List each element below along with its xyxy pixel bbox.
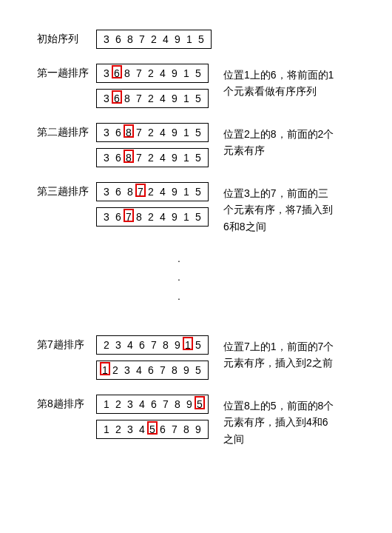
array-cell: 6 [113,185,124,198]
step-after-array: 367824915 [96,207,209,227]
array-cell: 9 [181,363,192,377]
array-cell: 4 [158,92,168,105]
array-cell: 2 [101,338,112,352]
array-cell: 6 [113,151,124,164]
array-cell: 2 [146,185,156,198]
array-cell: 5 [193,151,203,164]
array-cell: 1 [181,67,192,80]
step-row: 第三趟排序368724915367824915位置3上的7，前面的三个元素有序，… [37,182,355,235]
array-cell: 3 [101,210,112,224]
step-row: 第一趟排序368724915368724915位置1上的6，将前面的1个元素看做… [37,64,355,108]
array-cell: 4 [134,363,144,377]
step-description: 位置1上的6，将前面的1个元素看做有序序列 [223,64,334,100]
step-row: 第7趟排序234678915123467895位置7上的1，前面的7个元素有序，… [37,335,355,380]
step-before-array: 368724915 [96,64,209,83]
array-cell: 7 [160,398,171,411]
array-cell: 9 [169,151,180,164]
array-cell: 4 [158,185,168,198]
array-cell: 7 [158,363,168,377]
array-cell: 5 [193,92,203,105]
step-label: 第7趟排序 [37,335,96,352]
array-cell: 2 [146,210,156,224]
array-cell: 9 [193,423,203,436]
array-cell: 3 [101,67,112,80]
array-cell: 1 [181,210,192,224]
array-cell: 1 [184,33,195,46]
array-cell: 6 [112,65,122,78]
step-description: 位置2上的8，前面的2个元素有序 [223,123,334,159]
array-cell: 1 [101,423,112,436]
array-cell: 1 [181,185,192,198]
step-row: 第二趟排序368724915368724915位置2上的8，前面的2个元素有序 [37,123,355,167]
array-cell: 5 [193,210,203,224]
initial-array: 368724915 [96,30,212,49]
array-cell: 9 [184,398,195,411]
array-cell: 2 [113,398,124,411]
array-cell: 4 [158,210,168,224]
array-cell: 2 [146,151,156,164]
array-cell: 3 [125,423,135,436]
step-row: 第8趟排序123467895123456789位置8上的5，前面的8个元素有序，… [37,395,355,447]
array-cell: 8 [124,150,134,163]
array-cell: 9 [172,33,183,46]
array-cell: 3 [101,185,112,198]
array-cell: 8 [124,124,134,138]
array-cell: 5 [147,421,158,435]
array-cell: 2 [146,126,156,139]
array-cell: 5 [195,396,205,409]
array-cell: 7 [137,33,147,46]
array-cell: 9 [169,67,180,80]
array-cell: 7 [134,92,144,105]
array-cell: 6 [113,33,124,46]
array-cell: 3 [113,338,124,352]
array-cell: 2 [110,363,121,377]
step-before-array: 368724915 [96,123,209,142]
array-cell: 5 [193,126,203,139]
array-cell: 7 [134,67,144,80]
array-cell: 8 [125,33,135,46]
step-before-array: 123467895 [96,395,209,414]
array-cell: 1 [100,362,110,375]
array-cell: 4 [160,33,171,46]
array-cell: 3 [101,151,112,164]
initial-label: 初始序列 [37,30,96,46]
step-description: 位置7上的1，前面的7个元素有序，插入到2之前 [223,335,334,372]
step-label: 第二趟排序 [37,123,96,139]
array-cell: 8 [169,363,180,377]
step-after-array: 123456789 [96,420,209,439]
array-cell: 7 [135,184,146,197]
initial-row: 初始序列 368724915 [37,30,355,49]
array-cell: 5 [193,185,203,198]
array-cell: 6 [158,423,168,436]
array-cell: 6 [137,338,147,352]
array-cell: 1 [181,126,192,139]
step-after-array: 368724915 [96,148,209,167]
step-label: 第一趟排序 [37,64,96,80]
array-cell: 3 [122,363,132,377]
array-cell: 1 [183,337,193,350]
step-after-array: 123467895 [96,361,209,380]
array-cell: 6 [113,126,124,139]
array-cell: 7 [124,209,134,222]
array-cell: 3 [101,33,112,46]
array-cell: 7 [169,423,180,436]
array-cell: 8 [181,423,192,436]
array-cell: 4 [137,398,147,411]
array-cell: 4 [125,338,135,352]
array-cell: 7 [134,126,144,139]
array-cell: 8 [122,92,132,105]
array-cell: 6 [113,210,124,224]
array-cell: 5 [193,363,203,377]
array-cell: 7 [134,151,144,164]
array-cell: 6 [149,398,159,411]
array-cell: 4 [158,151,168,164]
array-cell: 9 [169,92,180,105]
array-cell: 9 [169,126,180,139]
array-cell: 7 [149,338,159,352]
array-cell: 8 [122,67,132,80]
step-description: 位置3上的7，前面的三个元素有序，将7插入到6和8之间 [223,182,334,235]
array-cell: 5 [193,67,203,80]
array-cell: 5 [196,33,206,46]
array-cell: 4 [158,67,168,80]
array-cell: 8 [134,210,144,224]
